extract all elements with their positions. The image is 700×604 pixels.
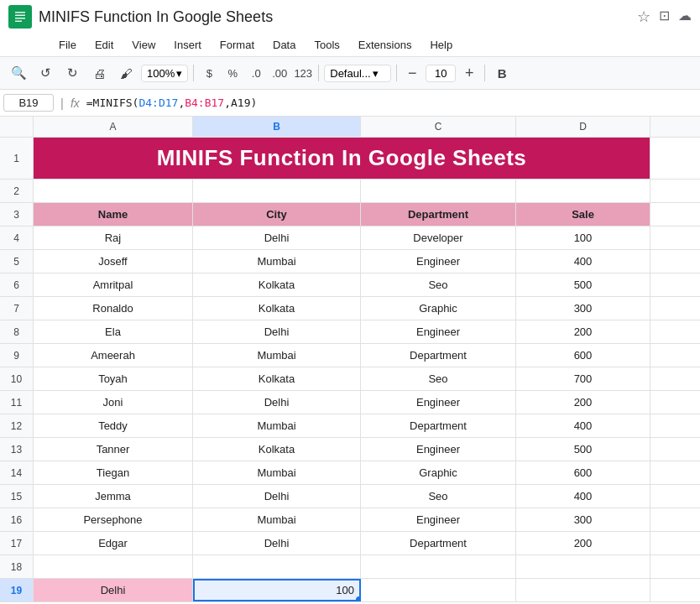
cell-c16[interactable]: Engineer	[361, 508, 516, 531]
cell-b10[interactable]: Kolkata	[193, 367, 361, 390]
cell-c5[interactable]: Engineer	[361, 250, 516, 273]
bold-button[interactable]: B	[490, 61, 514, 85]
undo-button[interactable]: ↺	[34, 61, 57, 85]
cell-b13[interactable]: Kolkata	[193, 438, 361, 461]
redo-button[interactable]: ↻	[60, 61, 84, 85]
cell-c7[interactable]: Graphic	[361, 297, 516, 320]
cell-a5[interactable]: Joseff	[34, 250, 193, 273]
cell-d12[interactable]: 400	[516, 414, 650, 437]
menu-extensions[interactable]: Extensions	[350, 35, 421, 55]
cell-a8[interactable]: Ela	[34, 320, 193, 343]
cell-c11[interactable]: Engineer	[361, 391, 516, 414]
cell-b4[interactable]: Delhi	[193, 226, 361, 249]
cell-a16[interactable]: Persephone	[34, 508, 193, 531]
cell-d2[interactable]	[516, 180, 650, 202]
menu-tools[interactable]: Tools	[306, 35, 347, 55]
cell-a2[interactable]	[34, 180, 193, 202]
cell-d17[interactable]: 200	[516, 532, 650, 555]
search-button[interactable]: 🔍	[7, 61, 30, 85]
cell-b12[interactable]: Mumbai	[193, 414, 361, 437]
cell-c6[interactable]: Seo	[361, 273, 516, 296]
cell-a3[interactable]: Name	[34, 203, 193, 226]
cell-c3[interactable]: Department	[361, 203, 516, 226]
cell-c17[interactable]: Department	[361, 532, 516, 555]
cell-b16[interactable]: Mumbai	[193, 508, 361, 531]
col-header-a[interactable]: A	[34, 117, 193, 137]
cell-b8[interactable]: Delhi	[193, 320, 361, 343]
cell-d9[interactable]: 600	[516, 344, 650, 367]
cell-a17[interactable]: Edgar	[34, 532, 193, 555]
cell-b17[interactable]: Delhi	[193, 532, 361, 555]
menu-edit[interactable]: Edit	[86, 35, 122, 55]
formula-input[interactable]: =MINIFS(D4:D17,B4:B17,A19)	[86, 96, 697, 109]
col-header-b[interactable]: B	[193, 117, 361, 137]
cell-c13[interactable]: Engineer	[361, 438, 516, 461]
print-button[interactable]: 🖨	[87, 61, 111, 85]
cell-b6[interactable]: Kolkata	[193, 273, 361, 296]
cell-d16[interactable]: 300	[516, 508, 650, 531]
menu-file[interactable]: File	[50, 35, 85, 55]
cell-a12[interactable]: Teddy	[34, 414, 193, 437]
star-icon[interactable]: ☆	[637, 8, 650, 26]
cell-a6[interactable]: Amritpal	[34, 273, 193, 296]
font-family-selector[interactable]: Defaul... ▾	[324, 65, 391, 82]
cell-d7[interactable]: 300	[516, 297, 650, 320]
cell-b9[interactable]: Mumbai	[193, 344, 361, 367]
cell-a14[interactable]: Tiegan	[34, 461, 193, 484]
col-header-d[interactable]: D	[516, 117, 650, 137]
decimal-right-button[interactable]: .00	[269, 63, 290, 83]
paint-format-button[interactable]: 🖌	[114, 61, 138, 85]
menu-help[interactable]: Help	[421, 35, 461, 55]
cell-d19[interactable]	[516, 579, 650, 601]
cell-b14[interactable]: Mumbai	[193, 461, 361, 484]
font-size-increase-button[interactable]: +	[459, 63, 479, 83]
zoom-selector[interactable]: 100% ▾	[141, 65, 188, 82]
menu-data[interactable]: Data	[264, 35, 304, 55]
menu-insert[interactable]: Insert	[165, 35, 210, 55]
cell-c19[interactable]	[361, 579, 516, 601]
cell-d13[interactable]: 500	[516, 438, 650, 461]
cell-b2[interactable]	[193, 180, 361, 202]
cell-d4[interactable]: 100	[516, 226, 650, 249]
cell-c18[interactable]	[361, 555, 516, 578]
cloud-icon[interactable]: ☁	[678, 8, 692, 26]
cell-b15[interactable]: Delhi	[193, 485, 361, 508]
cell-c15[interactable]: Seo	[361, 485, 516, 508]
cell-b19[interactable]: 100	[193, 579, 361, 601]
cell-a10[interactable]: Toyah	[34, 367, 193, 390]
cell-b5[interactable]: Mumbai	[193, 250, 361, 273]
number-format-button[interactable]: 123	[293, 63, 313, 83]
cell-b18[interactable]	[193, 555, 361, 578]
cell-d5[interactable]: 400	[516, 250, 650, 273]
cell-d3[interactable]: Sale	[516, 203, 650, 226]
cell-a19[interactable]: Delhi	[34, 579, 193, 601]
menu-format[interactable]: Format	[212, 35, 263, 55]
cell-d18[interactable]	[516, 555, 650, 578]
col-header-c[interactable]: C	[361, 117, 516, 137]
decimal-left-button[interactable]: .0	[246, 63, 266, 83]
cell-d10[interactable]: 700	[516, 367, 650, 390]
cell-d14[interactable]: 600	[516, 461, 650, 484]
cell-a18[interactable]	[34, 555, 193, 578]
cell-a13[interactable]: Tanner	[34, 438, 193, 461]
cell-c9[interactable]: Department	[361, 344, 516, 367]
percent-button[interactable]: %	[222, 63, 243, 83]
cell-d8[interactable]: 200	[516, 320, 650, 343]
cell-c4[interactable]: Developer	[361, 226, 516, 249]
cell-d15[interactable]: 400	[516, 485, 650, 508]
cell-d6[interactable]: 500	[516, 273, 650, 296]
cell-c10[interactable]: Seo	[361, 367, 516, 390]
cell-a7[interactable]: Ronaldo	[34, 297, 193, 320]
cell-reference-input[interactable]: B19	[3, 94, 54, 112]
cell-c2[interactable]	[361, 180, 516, 202]
cell-c12[interactable]: Department	[361, 414, 516, 437]
cell-d11[interactable]: 200	[516, 391, 650, 414]
font-size-input[interactable]: 10	[426, 65, 456, 82]
cell-c14[interactable]: Graphic	[361, 461, 516, 484]
font-size-decrease-button[interactable]: −	[402, 63, 422, 83]
cell-b3[interactable]: City	[193, 203, 361, 226]
cell-b7[interactable]: Kolkata	[193, 297, 361, 320]
cell-a9[interactable]: Ameerah	[34, 344, 193, 367]
cell-a4[interactable]: Raj	[34, 226, 193, 249]
drive-icon[interactable]: ⊡	[659, 8, 670, 26]
